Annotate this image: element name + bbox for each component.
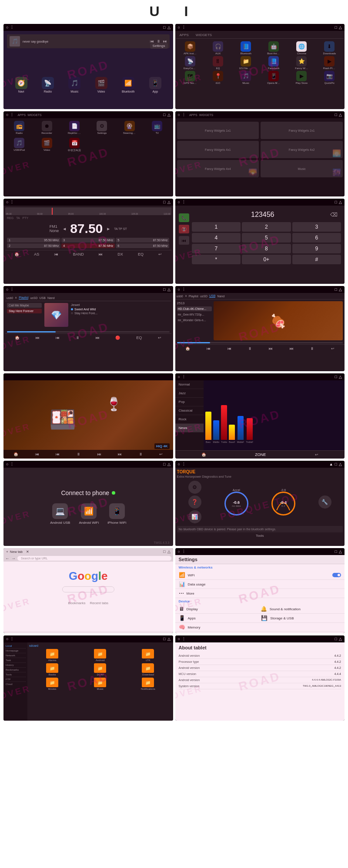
screen-phone-dialer: ○⋮ □△ ROAD LOVER 📞 📵 ⏮ 123456 ⌫ <box>175 199 345 284</box>
connect-title: Connect to phone <box>61 489 109 496</box>
screen-home: ○⋮ □△ ROAD LOVER 🎵 never say goodbye ⏮ ⏸… <box>3 24 173 109</box>
radio-freq: 87.50 <box>70 221 103 236</box>
screen-app-drawer: ○⋮ □△ ROAD LOVER APPS WIDGETS 📦APK Insta… <box>175 24 345 109</box>
screen-browser: +New tab✕ □△ ROAD LOVER ← → Search or ty… <box>3 548 173 633</box>
mini-player-title: never say goodbye <box>23 40 48 43</box>
screen-fancy-widgets: ○⋮APPSWIDGETS □△ ROAD LOVER Fancy Widget… <box>175 111 345 196</box>
page-title: U I <box>150 3 199 19</box>
screen-eq: ○⋮ □△ ROAD LOVER Normal Jazz Pop Classic… <box>175 373 345 459</box>
screen-music-player-2: ○⋮ □△ ROAD LOVER usb0∧ Playlist usSD USB… <box>175 286 345 371</box>
screen-file-manager: ○⋮ □△ ROAD LOVER Local Homepage Network … <box>3 635 173 721</box>
phone-display: 123456 <box>251 211 274 219</box>
screen-more-apps: ○⋮APPSWIDGETS □△ ROAD LOVER 📻Radio ⏺Reco… <box>3 111 173 196</box>
screen-music-player-1: ○⋮ □△ ROAD LOVER usb0∧ Playlist usSDUSBN… <box>3 286 173 371</box>
version-label: TW01.4.3.3 <box>154 541 169 544</box>
screen-settings: ○⋮ □△ ROAD LOVER Settings Wireless & net… <box>175 548 345 633</box>
screenshots-grid: ○⋮ □△ ROAD LOVER 🎵 never say goodbye ⏮ ⏸… <box>0 22 348 722</box>
page-header: U I <box>0 0 348 22</box>
screen-connect: ○⋮ □△ ROAD LOVER Connect to phone 💻 Andr… <box>3 461 173 546</box>
screen-radio: ○⋮ □△ ROAD LOVER 85.00 90.00 95.00 100.0… <box>3 199 173 284</box>
tab-apps[interactable]: APPS <box>176 32 192 38</box>
torque-title: TORQUE <box>177 469 343 474</box>
screen-food-video: ROAD LOVER 🍱 🍷 HiQ 4K 🏠⏮⏮⏸⏭⏭⏸↩ <box>3 373 173 459</box>
settings-button[interactable]: Settings <box>150 43 168 49</box>
about-title: About tablet <box>179 645 341 650</box>
tab-widgets[interactable]: WIDGETS <box>192 32 215 38</box>
screen-about-tablet: ○⋮ □△ ROAD LOVER About tablet Android ve… <box>175 635 345 721</box>
screen-torque: ○⋮ ▲□△ PORQUE Tod LOVER TORQUE Extra Hor… <box>175 461 345 546</box>
